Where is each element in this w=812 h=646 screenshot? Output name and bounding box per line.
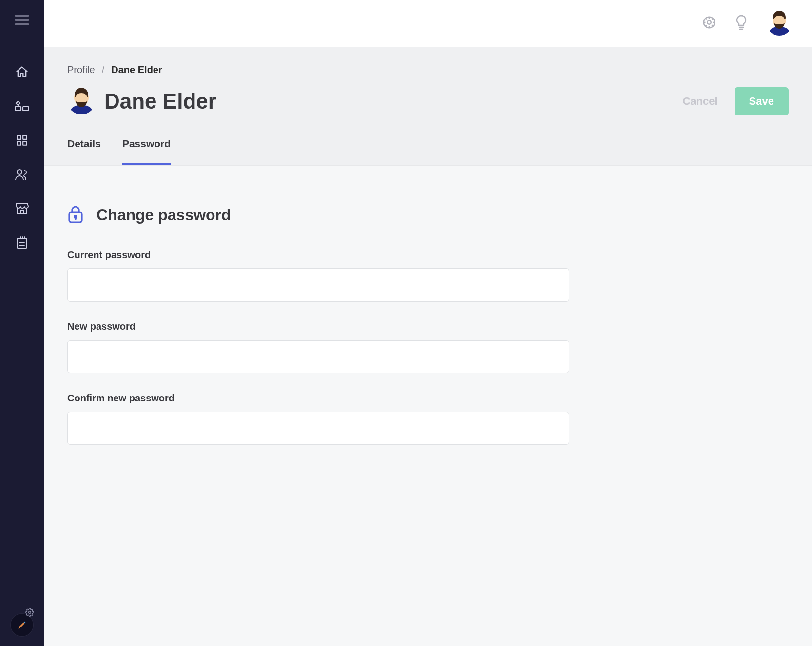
idea-button[interactable] bbox=[735, 15, 748, 32]
home-icon bbox=[15, 65, 29, 79]
main: Profile / Dane Elder Dane Elder Can bbox=[44, 0, 812, 646]
svg-rect-4 bbox=[23, 107, 29, 111]
new-password-label: New password bbox=[67, 321, 569, 332]
password-form: Current password New password Confirm ne… bbox=[67, 249, 569, 445]
sidebar-item-people[interactable] bbox=[0, 157, 44, 191]
gear-small-icon[interactable] bbox=[25, 608, 34, 617]
svg-point-13 bbox=[707, 20, 711, 24]
current-password-label: Current password bbox=[67, 249, 569, 261]
svg-point-9 bbox=[17, 170, 22, 174]
clipboard-icon bbox=[16, 236, 28, 249]
svg-rect-0 bbox=[15, 15, 29, 17]
sidebar-divider bbox=[0, 45, 44, 45]
svg-rect-8 bbox=[23, 141, 27, 145]
people-icon bbox=[15, 168, 29, 181]
header-actions: Cancel Save bbox=[682, 87, 789, 115]
lock-icon bbox=[67, 205, 84, 225]
breadcrumb-profile-link[interactable]: Profile bbox=[67, 64, 95, 76]
breadcrumb: Profile / Dane Elder bbox=[67, 64, 789, 76]
svg-rect-6 bbox=[23, 135, 27, 139]
confirm-password-input[interactable] bbox=[67, 412, 569, 445]
current-password-input[interactable] bbox=[67, 268, 569, 302]
page-title: Dane Elder bbox=[104, 89, 216, 114]
topbar bbox=[44, 0, 812, 47]
user-avatar-button[interactable] bbox=[766, 9, 793, 38]
settings-button[interactable] bbox=[702, 15, 716, 32]
confirm-password-label: Confirm new password bbox=[67, 393, 569, 404]
breadcrumb-current: Dane Elder bbox=[111, 64, 162, 76]
svg-rect-1 bbox=[15, 19, 29, 21]
avatar-icon bbox=[766, 9, 793, 38]
sidebar bbox=[0, 0, 44, 646]
gear-icon bbox=[702, 15, 716, 32]
sidebar-item-blocks[interactable] bbox=[0, 89, 44, 123]
sidebar-item-store[interactable] bbox=[0, 191, 44, 226]
svg-rect-10 bbox=[17, 238, 27, 248]
svg-point-11 bbox=[29, 611, 31, 614]
breadcrumb-separator: / bbox=[102, 64, 105, 76]
menu-icon[interactable] bbox=[15, 15, 29, 25]
profile-avatar-icon bbox=[67, 86, 96, 116]
tab-password[interactable]: Password bbox=[122, 138, 171, 165]
section-title: Change password bbox=[97, 206, 231, 224]
tabs: Details Password bbox=[67, 138, 789, 165]
section-rule bbox=[263, 215, 789, 215]
sidebar-item-grid[interactable] bbox=[0, 123, 44, 157]
fab-button[interactable] bbox=[11, 614, 33, 636]
store-icon bbox=[15, 202, 29, 215]
grid-icon bbox=[16, 134, 28, 147]
page-header: Profile / Dane Elder Dane Elder Can bbox=[44, 47, 812, 166]
svg-rect-5 bbox=[17, 135, 21, 139]
content: Change password Current password New pas… bbox=[44, 166, 812, 646]
save-button[interactable]: Save bbox=[735, 87, 789, 115]
svg-rect-2 bbox=[15, 23, 29, 25]
section-heading: Change password bbox=[67, 205, 789, 225]
sidebar-item-clipboard[interactable] bbox=[0, 226, 44, 260]
pencil-icon bbox=[17, 620, 27, 630]
svg-rect-7 bbox=[17, 141, 21, 145]
cancel-button[interactable]: Cancel bbox=[682, 95, 717, 108]
new-password-input[interactable] bbox=[67, 340, 569, 373]
blocks-icon bbox=[15, 101, 29, 112]
tab-details[interactable]: Details bbox=[67, 138, 101, 165]
svg-rect-3 bbox=[15, 107, 21, 111]
lightbulb-icon bbox=[735, 15, 748, 32]
sidebar-item-home[interactable] bbox=[0, 55, 44, 89]
